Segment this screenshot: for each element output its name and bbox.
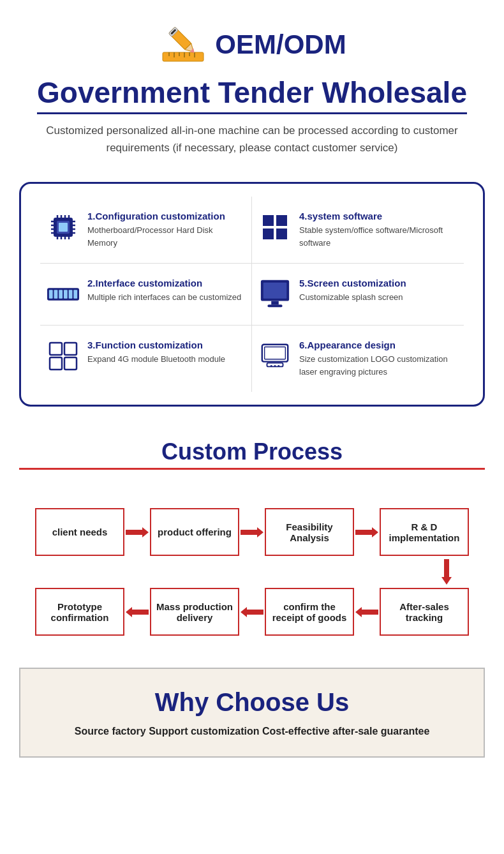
features-box: 1.Configuration customization Motherboar… bbox=[19, 182, 485, 407]
svg-rect-14 bbox=[59, 223, 68, 232]
svg-marker-57 bbox=[241, 527, 263, 537]
feature-desc-5: Customizable splash screen bbox=[299, 291, 406, 304]
process-section-title: Custom Process bbox=[19, 438, 485, 470]
svg-marker-60 bbox=[355, 607, 378, 617]
process-box-after-sales: After-sales tracking bbox=[380, 588, 469, 636]
svg-marker-59 bbox=[441, 559, 452, 585]
windows-icon bbox=[258, 211, 292, 244]
arrow-left-1 bbox=[354, 604, 380, 620]
arrow-left-2 bbox=[239, 604, 265, 620]
svg-point-55 bbox=[278, 365, 279, 367]
feature-title-6: 6.Appearance design bbox=[299, 340, 457, 350]
gov-title: Government Tender Wholesale bbox=[37, 75, 467, 114]
svg-rect-47 bbox=[64, 343, 77, 355]
svg-point-53 bbox=[271, 365, 272, 367]
svg-rect-46 bbox=[50, 343, 62, 355]
svg-rect-49 bbox=[64, 357, 77, 370]
svg-marker-61 bbox=[241, 607, 263, 617]
cpu-icon bbox=[47, 211, 80, 244]
process-box-product-offering: product offering bbox=[150, 508, 239, 556]
feature-text-1: 1.Configuration customization Motherboar… bbox=[87, 211, 245, 249]
feature-item-4: 4.system software Stable system/office s… bbox=[252, 197, 464, 264]
feature-item-6: 6.Appearance design Size customization L… bbox=[252, 326, 464, 392]
process-box-feasibility: Feasibility Analysis bbox=[265, 508, 354, 556]
feature-desc-3: Expand 4G module Bluetooth module bbox=[87, 353, 225, 366]
feature-item-5: 5.Screen customization Customizable spla… bbox=[252, 264, 464, 326]
header-section: OEM/ODM Government Tender Wholesale Cust… bbox=[0, 0, 504, 169]
why-section: Why Choose Us Source factory Support cus… bbox=[19, 668, 485, 758]
svg-rect-37 bbox=[54, 290, 58, 299]
feature-text-4: 4.system software Stable system/office s… bbox=[299, 211, 457, 249]
feature-text-6: 6.Appearance design Size customization L… bbox=[299, 340, 457, 378]
feature-item-2: 2.Interface customization Multiple rich … bbox=[40, 264, 252, 326]
svg-rect-45 bbox=[267, 305, 282, 308]
svg-rect-40 bbox=[69, 290, 73, 299]
svg-rect-36 bbox=[49, 290, 53, 299]
svg-rect-33 bbox=[263, 228, 274, 239]
process-box-rd: R & D implementation bbox=[380, 508, 469, 556]
process-box-confirm-receipt: confirm the receipt of goods bbox=[265, 588, 354, 636]
svg-marker-62 bbox=[126, 607, 149, 617]
process-box-mass-production: Mass production delivery bbox=[150, 588, 239, 636]
svg-rect-41 bbox=[73, 290, 77, 299]
svg-rect-31 bbox=[263, 215, 274, 226]
arrow-right-1 bbox=[124, 525, 150, 540]
feature-text-2: 2.Interface customization Multiple rich … bbox=[87, 278, 241, 304]
arrow-left-3 bbox=[124, 604, 150, 620]
arrow-right-3 bbox=[354, 525, 380, 540]
process-section: Custom Process client needs product offe… bbox=[0, 426, 504, 655]
process-box-prototype: Prototype confirmation bbox=[35, 588, 124, 636]
svg-point-54 bbox=[274, 365, 276, 367]
feature-text-5: 5.Screen customization Customizable spla… bbox=[299, 278, 406, 304]
feature-title-3: 3.Function customization bbox=[87, 340, 225, 350]
oem-title: OEM/ODM bbox=[215, 29, 346, 60]
process-row-2: After-sales tracking confirm the receipt… bbox=[19, 588, 485, 636]
feature-title-5: 5.Screen customization bbox=[299, 278, 406, 288]
svg-rect-38 bbox=[59, 290, 63, 299]
feature-desc-6: Size customization LOGO customization la… bbox=[299, 353, 457, 378]
svg-rect-39 bbox=[64, 290, 68, 299]
svg-rect-43 bbox=[263, 283, 287, 299]
feature-text-3: 3.Function customization Expand 4G modul… bbox=[87, 340, 225, 366]
process-row-1: client needs product offering Feasibilit… bbox=[19, 508, 485, 556]
feature-title-4: 4.system software bbox=[299, 211, 457, 221]
svg-marker-56 bbox=[126, 527, 149, 537]
svg-rect-34 bbox=[276, 228, 287, 239]
features-grid: 1.Configuration customization Motherboar… bbox=[40, 197, 464, 392]
feature-title-1: 1.Configuration customization bbox=[87, 211, 245, 221]
function-icon bbox=[47, 340, 80, 373]
why-subtitle: Source factory Support customization Cos… bbox=[40, 726, 464, 737]
svg-marker-58 bbox=[355, 527, 378, 537]
svg-rect-44 bbox=[271, 301, 279, 305]
interface-icon bbox=[47, 278, 80, 311]
feature-desc-1: Motherboard/Processor Hard Disk Memory bbox=[87, 224, 245, 249]
process-box-client-needs: client needs bbox=[35, 508, 124, 556]
feature-item-1: 1.Configuration customization Motherboar… bbox=[40, 197, 252, 264]
feature-item-3: 3.Function customization Expand 4G modul… bbox=[40, 326, 252, 392]
why-title: Why Choose Us bbox=[40, 688, 464, 717]
svg-rect-32 bbox=[276, 215, 287, 226]
feature-title-2: 2.Interface customization bbox=[87, 278, 241, 288]
pencil-ruler-icon bbox=[158, 19, 209, 70]
header-subtitle: Customized personalized all-in-one machi… bbox=[26, 122, 478, 156]
svg-rect-51 bbox=[265, 347, 286, 359]
feature-desc-4: Stable system/office software/Microsoft … bbox=[299, 224, 457, 249]
appearance-icon bbox=[258, 340, 292, 373]
feature-desc-2: Multiple rich interfaces can be customiz… bbox=[87, 291, 241, 304]
arrow-right-2 bbox=[239, 525, 265, 540]
header-top: OEM/ODM bbox=[26, 19, 478, 70]
svg-rect-48 bbox=[50, 357, 62, 370]
arrow-down bbox=[19, 556, 485, 588]
monitor-icon bbox=[258, 278, 292, 311]
